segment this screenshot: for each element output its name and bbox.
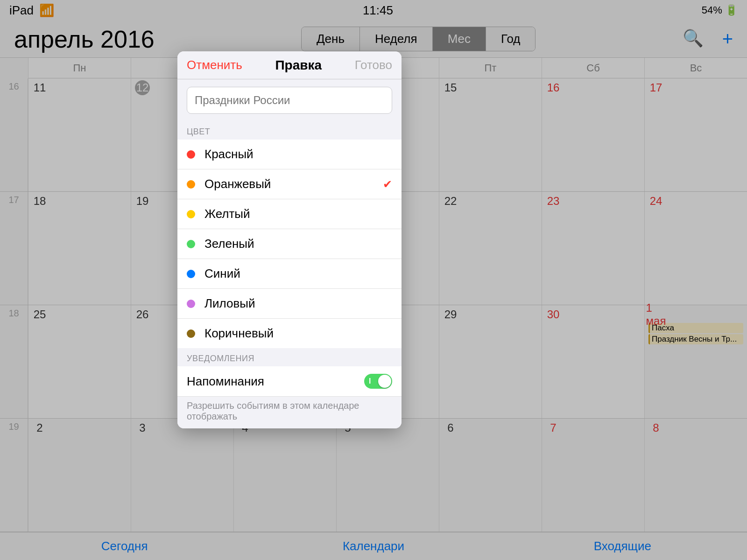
color-blue-label: Синий (204, 266, 392, 281)
modal-header: Отменить Правка Готово (177, 51, 402, 79)
color-brown-item[interactable]: Коричневый (177, 319, 402, 348)
notif-label: Напоминания (187, 374, 264, 389)
modal-name-section (177, 79, 402, 121)
color-blue-dot (187, 270, 195, 278)
color-purple-item[interactable]: Лиловый (177, 289, 402, 319)
modal-done-button[interactable]: Готово (355, 58, 392, 72)
color-section-label: ЦВЕТ (177, 121, 402, 140)
calendar-name-input[interactable] (187, 87, 392, 114)
toggle-knob (378, 375, 391, 388)
color-purple-dot (187, 300, 195, 308)
color-blue-item[interactable]: Синий (177, 259, 402, 289)
notif-toggle[interactable]: I (364, 374, 392, 389)
notif-section-label: УВЕДОМЛЕНИЯ (177, 348, 402, 366)
color-orange-item[interactable]: Оранжевый ✔ (177, 169, 402, 199)
toggle-i-label: I (369, 377, 371, 385)
color-selected-checkmark: ✔ (383, 178, 392, 191)
color-orange-label: Оранжевый (204, 177, 383, 191)
color-yellow-dot (187, 210, 195, 218)
color-green-item[interactable]: Зеленый (177, 229, 402, 259)
color-red-label: Красный (204, 147, 392, 161)
color-red-dot (187, 150, 195, 159)
color-list: Красный Оранжевый ✔ Желтый Зеленый Синий (177, 140, 402, 348)
color-green-dot (187, 240, 195, 248)
modal-overlay: Отменить Правка Готово ЦВЕТ Красный Оран… (0, 0, 747, 560)
color-brown-dot (187, 329, 195, 338)
color-yellow-label: Желтый (204, 207, 392, 221)
notif-desc: Разрешить событиям в этом календаре отоб… (177, 397, 402, 428)
color-purple-label: Лиловый (204, 296, 392, 311)
color-orange-dot (187, 180, 195, 189)
color-green-label: Зеленый (204, 237, 392, 251)
color-red-item[interactable]: Красный (177, 140, 402, 169)
notif-row: Напоминания I (177, 366, 402, 397)
modal-title: Правка (275, 58, 322, 73)
modal-cancel-button[interactable]: Отменить (187, 58, 242, 72)
color-brown-label: Коричневый (204, 326, 392, 341)
modal-container: Отменить Правка Готово ЦВЕТ Красный Оран… (177, 51, 402, 428)
color-yellow-item[interactable]: Желтый (177, 199, 402, 229)
